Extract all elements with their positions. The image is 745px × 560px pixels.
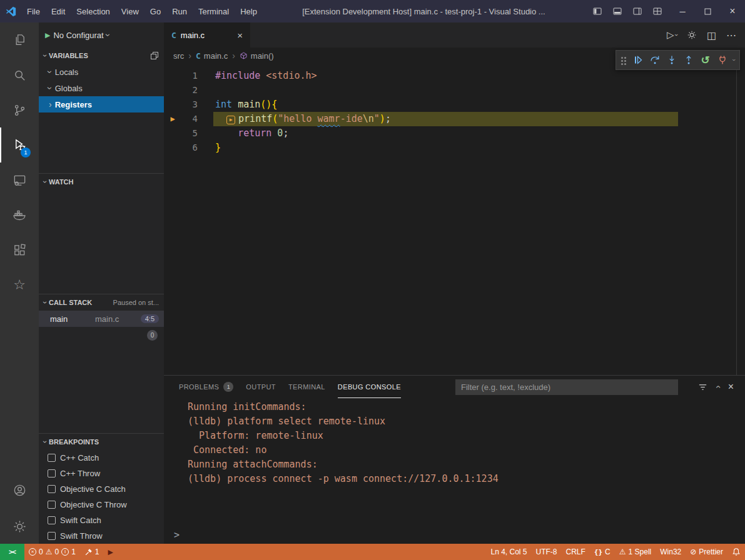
problems-status[interactable]: × 0 ⚠ 0 i 1 (24, 544, 80, 560)
tab-debug-console[interactable]: DEBUG CONSOLE (338, 376, 401, 398)
collapse-all-icon[interactable] (150, 51, 159, 60)
activity-explorer-icon[interactable] (0, 22, 39, 58)
breakpoint-item[interactable]: Swift Throw (39, 528, 164, 544)
tab-close-icon[interactable]: × (237, 31, 243, 40)
toggle-sidebar-icon[interactable] (589, 2, 606, 20)
breakpoint-checkbox[interactable] (48, 469, 56, 478)
tab-main-c[interactable]: C main.c × (164, 22, 250, 48)
cursor-position[interactable]: Ln 4, Col 5 (486, 544, 531, 560)
tools-status[interactable]: 1 (80, 544, 104, 560)
breakpoint-item[interactable]: C++ Throw (39, 466, 164, 481)
variables-scope-registers[interactable]: › Registers (39, 96, 164, 112)
code-line[interactable]: 5 return 0; (164, 126, 745, 141)
maximize-button[interactable] (695, 0, 720, 22)
code-line[interactable]: ▶4 ▶printf("hello wamr-ide\n"); (164, 112, 745, 126)
console-filter-input[interactable] (455, 379, 678, 395)
activity-source-control-icon[interactable] (0, 92, 39, 128)
close-panel-icon[interactable]: × (728, 381, 734, 392)
tab-output[interactable]: OUTPUT (246, 376, 276, 398)
breakpoint-checkbox[interactable] (48, 516, 56, 524)
menu-run[interactable]: Run (166, 0, 193, 22)
breakpoints-header[interactable]: › BREAKPOINTS (39, 434, 164, 450)
settings-gear-icon[interactable] (0, 509, 39, 544)
activity-extensions-icon[interactable] (0, 232, 39, 268)
breakpoint-item[interactable]: Objective C Catch (39, 481, 164, 497)
chevron-down-icon[interactable]: › (730, 59, 736, 61)
breakpoint-gutter[interactable] (164, 141, 181, 155)
code-line[interactable]: 6} (164, 141, 745, 155)
filter-icon[interactable] (698, 382, 707, 392)
breakpoint-item[interactable]: C++ Catch (39, 450, 164, 466)
chevron-up-icon[interactable]: › (713, 386, 722, 389)
step-into-button[interactable] (665, 52, 679, 68)
continue-button[interactable] (631, 52, 645, 68)
variables-scope-globals[interactable]: › Globals (39, 80, 164, 96)
step-out-button[interactable] (682, 52, 696, 68)
activity-remote-explorer-icon[interactable] (0, 162, 39, 198)
breakpoint-gutter[interactable]: ▶ (164, 112, 181, 126)
breakpoint-gutter[interactable] (164, 98, 181, 112)
menu-edit[interactable]: Edit (46, 0, 71, 22)
menu-go[interactable]: Go (144, 0, 166, 22)
breakpoint-gutter[interactable] (164, 126, 181, 141)
activity-star-icon[interactable]: ☆ (0, 268, 39, 302)
menu-selection[interactable]: Selection (71, 0, 115, 22)
tab-problems[interactable]: PROBLEMS 1 (179, 376, 233, 398)
toggle-panel-icon[interactable] (609, 2, 626, 20)
eol-indicator[interactable]: CRLF (562, 544, 590, 560)
editor-settings-icon[interactable] (687, 30, 697, 40)
toggle-secondary-sidebar-icon[interactable] (629, 2, 646, 20)
start-debugging-icon[interactable]: ▶ (45, 31, 50, 39)
activity-search-icon[interactable] (0, 58, 39, 92)
console-input[interactable]: > (174, 529, 180, 541)
menu-terminal[interactable]: Terminal (193, 0, 235, 22)
step-over-button[interactable] (648, 52, 662, 68)
breakpoint-item[interactable]: Objective C Throw (39, 497, 164, 512)
editor-scrollbar[interactable] (736, 64, 737, 375)
remote-indicator[interactable]: >< (0, 544, 24, 560)
breakpoint-item[interactable]: Swift Catch (39, 512, 164, 528)
inline-breakpoint-icon[interactable]: ▶ (226, 116, 235, 124)
debug-config-dropdown[interactable]: No Configurat (53, 31, 103, 40)
language-mode[interactable]: {} C (590, 544, 615, 560)
activity-run-debug-icon[interactable]: 1 (0, 128, 39, 162)
more-actions-icon[interactable]: ⋯ (726, 29, 736, 41)
breakpoint-gutter[interactable] (164, 69, 181, 83)
tab-terminal[interactable]: TERMINAL (288, 376, 325, 398)
encoding-indicator[interactable]: UTF-8 (532, 544, 562, 560)
breadcrumb-symbol[interactable]: main() (240, 51, 274, 61)
menu-help[interactable]: Help (235, 0, 263, 22)
spell-checker-status[interactable]: ⚠ 1 Spell (615, 544, 656, 560)
minimize-button[interactable]: ─ (670, 0, 695, 22)
breakpoint-checkbox[interactable] (48, 454, 56, 462)
split-edit or-icon[interactable]: ◫ (707, 29, 716, 41)
disconnect-button[interactable] (716, 52, 729, 68)
stack-frame-row[interactable]: main main.c 4:5 (39, 311, 164, 327)
menu-file[interactable]: File (21, 0, 46, 22)
accounts-icon[interactable] (0, 474, 39, 509)
variables-header[interactable]: › VARIABLES (39, 48, 164, 64)
call-stack-header[interactable]: › CALL STACK Paused on st... (39, 294, 164, 311)
watch-header[interactable]: › WATCH (39, 174, 164, 190)
variables-scope-locals[interactable]: › Locals (39, 64, 164, 80)
run-file-button[interactable]: ▷› (667, 29, 677, 41)
platform-status[interactable]: Win32 (656, 544, 686, 560)
code-line[interactable]: 3int main(){ (164, 98, 745, 112)
close-button[interactable]: × (720, 0, 745, 22)
customize-layout-icon[interactable] (649, 2, 666, 20)
code-line[interactable]: 1#include <stdio.h> (164, 69, 745, 83)
breadcrumb-file[interactable]: C main.c (196, 51, 228, 61)
breadcrumb-folder[interactable]: src (173, 51, 184, 61)
debug-status[interactable]: ▶ (104, 544, 118, 560)
menu-view[interactable]: View (116, 0, 144, 22)
code-editor[interactable]: 1#include <stdio.h>23int main(){▶4 ▶prin… (164, 64, 745, 375)
restart-button[interactable]: ↺ (699, 52, 712, 68)
drag-grip-icon[interactable] (621, 56, 626, 64)
breakpoint-checkbox[interactable] (48, 532, 56, 540)
breakpoint-checkbox[interactable] (48, 485, 56, 493)
formatter-status[interactable]: ⊘ Prettier (686, 544, 727, 560)
notifications-bell[interactable] (727, 544, 745, 560)
code-line[interactable]: 2 (164, 83, 745, 98)
breakpoint-gutter[interactable] (164, 83, 181, 98)
breakpoint-checkbox[interactable] (48, 501, 56, 509)
